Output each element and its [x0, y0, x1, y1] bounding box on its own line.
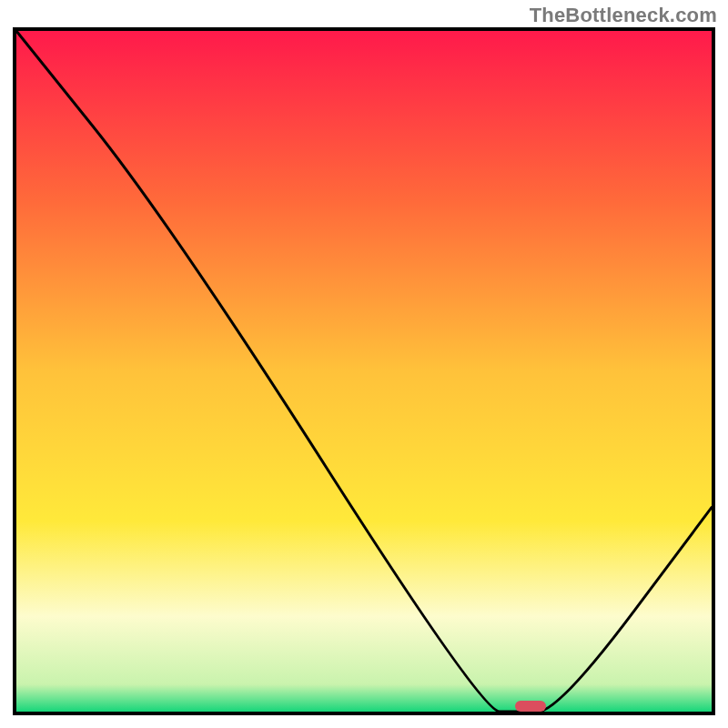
attribution-label: TheBottleneck.com: [530, 4, 717, 27]
chart-frame: TheBottleneck.com: [0, 0, 728, 728]
optimal-point-marker: [515, 701, 546, 712]
bottleneck-chart: [16, 31, 712, 712]
gradient-background: [16, 31, 712, 712]
